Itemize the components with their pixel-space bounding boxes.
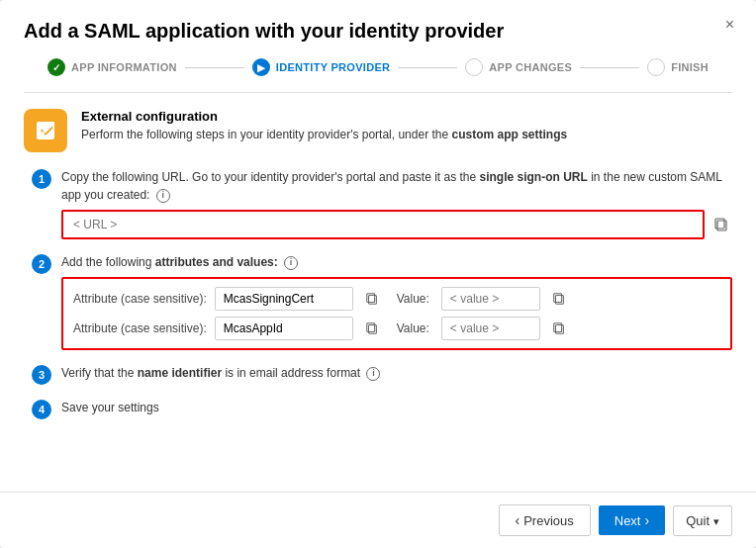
previous-label: Previous [523, 513, 574, 528]
step-3-text-bold: name identifier [138, 366, 222, 380]
step-row-1: 1 Copy the following URL. Go to your ide… [32, 168, 732, 239]
close-button[interactable]: × [717, 12, 742, 38]
attr-2-copy-icon[interactable] [361, 318, 383, 339]
step-1-label: APP INFORMATION [71, 61, 177, 73]
step-3-content: Verify that the name identifier is in em… [61, 364, 732, 382]
stepper: ✓ APP INFORMATION ▶ IDENTITY PROVIDER AP… [24, 58, 732, 93]
quit-chevron-down-icon [713, 513, 719, 528]
step-3-text-start: Verify that the [61, 366, 138, 380]
step-2-text-bold: attributes and values: [155, 255, 278, 269]
external-config-description: Perform the following steps in your iden… [81, 128, 567, 141]
external-link-icon [34, 119, 57, 142]
step-row-3: 3 Verify that the name identifier is in … [32, 364, 732, 385]
step-1-circle: ✓ [47, 58, 65, 76]
step-2-content: Add the following attributes and values:… [61, 253, 732, 350]
next-label: Next [614, 513, 641, 528]
attr-1-name-input[interactable] [215, 287, 353, 311]
step-3-label: APP CHANGES [489, 61, 572, 73]
attr-1-value-copy-icon[interactable] [548, 288, 570, 310]
attr-2-label: Attribute (case sensitive): [73, 321, 207, 335]
step-num-4: 4 [32, 400, 51, 419]
attr-1-value-label: Value: [397, 292, 429, 306]
step-num-3: 3 [32, 365, 51, 385]
quit-button[interactable]: Quit [673, 505, 732, 536]
attr-2-name-input[interactable] [215, 317, 353, 340]
step-1-info-icon[interactable]: i [156, 189, 170, 203]
step-4-content: Save your settings [61, 399, 732, 416]
chevron-right-icon [644, 512, 649, 528]
step-finish: FINISH [647, 58, 709, 76]
dialog-body: External configuration Perform the follo… [0, 93, 756, 492]
attr-2-value-label: Value: [397, 321, 429, 335]
step-app-changes: APP CHANGES [465, 58, 572, 76]
saml-dialog: × Add a SAML application with your ident… [0, 0, 756, 548]
step-2-label: IDENTITY PROVIDER [276, 61, 391, 73]
attr-row-1: Attribute (case sensitive): Value: [73, 287, 720, 311]
url-copy-icon[interactable] [710, 214, 732, 235]
dialog-title: Add a SAML application with your identit… [24, 20, 732, 43]
attr-2-value-copy-icon[interactable] [548, 318, 570, 339]
attr-2-value-input[interactable] [441, 317, 540, 340]
attr-1-copy-icon[interactable] [361, 288, 383, 310]
step-num-2: 2 [32, 254, 51, 274]
next-button[interactable]: Next [599, 505, 665, 535]
step-1-content: Copy the following URL. Go to your ident… [61, 168, 732, 239]
step-3-circle [465, 58, 483, 76]
step-section-3: 3 Verify that the name identifier is in … [24, 364, 732, 385]
step-2-info-icon[interactable]: i [284, 256, 298, 270]
step-section-4: 4 Save your settings [24, 399, 732, 419]
url-input[interactable] [61, 210, 705, 239]
previous-button[interactable]: Previous [499, 504, 591, 536]
step-4-circle [647, 58, 665, 76]
step-connector-3 [580, 67, 639, 68]
step-2-text-start: Add the following [61, 255, 155, 269]
attr-row-2: Attribute (case sensitive): Value: [73, 317, 720, 340]
external-config-text: External configuration Perform the follo… [81, 109, 567, 141]
step-row-2: 2 Add the following attributes and value… [32, 253, 732, 350]
step-num-1: 1 [32, 169, 51, 189]
step-1-text-start: Copy the following URL. Go to your ident… [61, 170, 480, 184]
external-config-header: External configuration Perform the follo… [24, 109, 732, 152]
step-app-information: ✓ APP INFORMATION [47, 58, 177, 76]
url-box-wrapper [61, 210, 732, 239]
dialog-footer: Previous Next Quit [0, 492, 756, 548]
attr-1-value-input[interactable] [441, 287, 540, 311]
step-row-4: 4 Save your settings [32, 399, 732, 419]
step-3-text-end: is in email address format [222, 366, 360, 380]
step-3-info-icon[interactable]: i [366, 367, 380, 381]
step-section-1: 1 Copy the following URL. Go to your ide… [24, 168, 732, 239]
step-4-label: FINISH [671, 61, 709, 73]
quit-label: Quit [686, 513, 709, 528]
step-1-text-bold: single sign-on URL [480, 170, 588, 184]
step-connector-2 [398, 67, 457, 68]
attributes-block: Attribute (case sensitive): Value: [61, 277, 732, 350]
external-config-title: External configuration [81, 109, 567, 124]
step-identity-provider: ▶ IDENTITY PROVIDER [252, 58, 391, 76]
external-config-icon-box [24, 109, 67, 152]
dialog-header: Add a SAML application with your identit… [0, 0, 756, 93]
step-2-circle: ▶ [252, 58, 270, 76]
step-connector-1 [185, 67, 244, 68]
attr-1-label: Attribute (case sensitive): [73, 292, 207, 306]
step-4-text: Save your settings [61, 399, 732, 416]
step-section-2: 2 Add the following attributes and value… [24, 253, 732, 350]
chevron-left-icon [516, 512, 520, 528]
